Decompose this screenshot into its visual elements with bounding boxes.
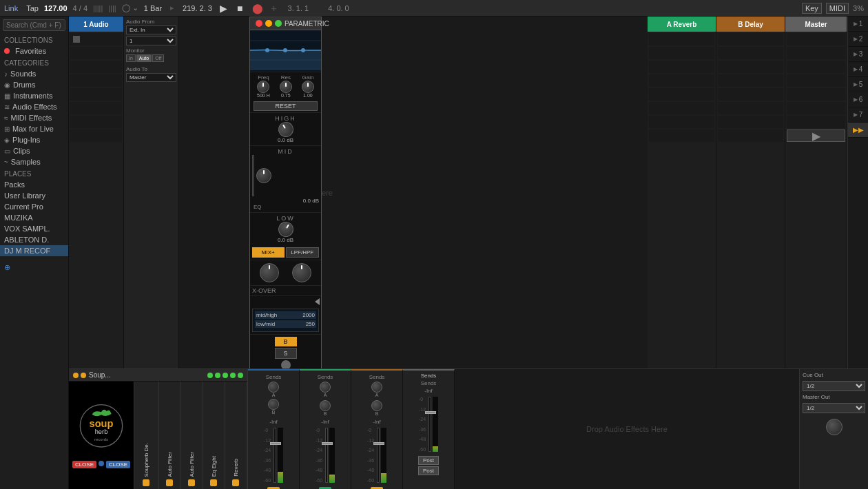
sidebar-item-instruments[interactable]: ▦ Instruments xyxy=(0,90,68,101)
search-input[interactable] xyxy=(3,19,65,31)
audio-from-select[interactable]: Ext. In xyxy=(126,25,176,34)
sidebar-item-user-library[interactable]: User Library xyxy=(0,190,68,201)
close-btn[interactable]: CLOSE xyxy=(72,461,96,468)
sidebar-item-vox[interactable]: VOX SAMPL. xyxy=(0,223,68,234)
lpf-hpf-btn[interactable]: LPF/HPF xyxy=(286,247,320,258)
fader-handle-1[interactable] xyxy=(270,442,281,445)
play-btn[interactable]: ▶ xyxy=(218,3,229,14)
clip-slot-5[interactable] xyxy=(70,88,122,101)
sidebar-bottom-btn[interactable]: ⊕ xyxy=(0,262,68,273)
bpm-display[interactable]: 127.00 xyxy=(44,4,68,12)
audio-from-channel-select[interactable]: 1 xyxy=(126,37,176,45)
sidebar-item-drums[interactable]: ◉ Drums xyxy=(0,79,68,90)
scene-8[interactable]: ▶▶ xyxy=(848,123,868,138)
clip-slot-1[interactable] xyxy=(70,33,122,45)
scene-2[interactable]: ▶2 xyxy=(848,32,868,47)
reverb-clip-5[interactable] xyxy=(649,88,714,101)
send-a-knob[interactable] xyxy=(268,382,279,393)
sidebar-item-favorites[interactable]: Favorites xyxy=(0,45,68,56)
delay-fader[interactable] xyxy=(377,428,380,483)
gain-knob[interactable] xyxy=(302,81,314,93)
sidebar-item-clips[interactable]: ▭ Clips xyxy=(0,145,68,156)
master-clip-8[interactable]: ▶ xyxy=(787,129,845,142)
reverb-clip-4[interactable] xyxy=(649,74,714,87)
reverb-fader-handle[interactable] xyxy=(322,442,333,445)
eq-mute-btn[interactable]: B xyxy=(275,337,297,346)
midi-btn[interactable]: MIDI xyxy=(826,3,849,14)
master-clip-4[interactable] xyxy=(787,74,845,87)
device-autofilter-1[interactable]: Auto Filter xyxy=(159,382,181,489)
xover-knob-2[interactable] xyxy=(292,263,311,282)
clip-slot-7[interactable] xyxy=(70,116,122,128)
delay-send-a-knob[interactable] xyxy=(371,382,382,393)
key-btn[interactable]: Key xyxy=(802,3,822,14)
track-reverb-header[interactable]: A Reverb xyxy=(648,17,716,32)
device-activator-3[interactable] xyxy=(188,479,195,486)
reset-btn[interactable]: RESET xyxy=(254,101,318,111)
reverb-clip-3[interactable] xyxy=(649,61,714,73)
reverb-clip-2[interactable] xyxy=(649,47,714,59)
stop-btn[interactable]: ■ xyxy=(235,3,245,14)
sidebar-item-packs[interactable]: Packs xyxy=(0,179,68,190)
xover-knob-1[interactable] xyxy=(260,263,279,282)
sidebar-item-ableton[interactable]: ABLETON D. xyxy=(0,234,68,245)
master-out-select[interactable]: 1/2 xyxy=(803,403,865,413)
device-autofilter-2[interactable]: Auto Filter xyxy=(181,382,203,489)
eq-toggle-knob[interactable] xyxy=(281,360,291,368)
device-reverb[interactable]: Reverb xyxy=(225,382,247,489)
sidebar-item-current-pro[interactable]: Current Pro xyxy=(0,201,68,212)
res-knob[interactable] xyxy=(280,81,292,93)
mid-knob[interactable] xyxy=(256,168,271,183)
delay-clip-2[interactable] xyxy=(718,47,783,59)
device-activator-2[interactable] xyxy=(166,479,173,486)
master-clip-3[interactable] xyxy=(787,61,845,73)
track-master-header[interactable]: Master xyxy=(785,17,847,32)
delay-clip-4[interactable] xyxy=(718,74,783,87)
reverb-clip-6[interactable] xyxy=(649,102,714,114)
clip-slot-4[interactable] xyxy=(70,74,122,87)
cue-out-select[interactable]: 1/2 xyxy=(803,381,865,391)
post-btn-2[interactable]: Post xyxy=(418,466,439,475)
device-eq8[interactable]: Eq Eight xyxy=(203,382,225,489)
clip-slot-8[interactable] xyxy=(70,129,122,142)
minimize-window-btn[interactable] xyxy=(265,20,272,27)
maximize-window-btn[interactable] xyxy=(275,20,282,27)
device-soupherb[interactable]: Soupherb De. xyxy=(134,382,159,489)
clip-slot-3[interactable] xyxy=(70,61,122,73)
master-clip-5[interactable] xyxy=(787,88,845,101)
clip-slot-2[interactable] xyxy=(70,47,122,59)
monitor-in-btn[interactable]: In xyxy=(126,54,136,62)
sidebar-item-plug-ins[interactable]: ◈ Plug-Ins xyxy=(0,134,68,145)
track-delay-header[interactable]: B Delay xyxy=(716,17,785,32)
delay-clip-5[interactable] xyxy=(718,88,783,101)
bar-select[interactable]: 1 Bar xyxy=(144,4,162,12)
record-btn[interactable]: ⬤ xyxy=(250,3,265,14)
send-b-knob[interactable] xyxy=(268,399,279,410)
scene-1[interactable]: ▶1 xyxy=(848,17,868,32)
freq-knob[interactable] xyxy=(257,81,269,93)
delay-clip-1[interactable] xyxy=(718,33,783,45)
sidebar-item-dj[interactable]: DJ M RECOF xyxy=(0,245,68,256)
sidebar-item-audio-effects[interactable]: ≋ Audio Effects xyxy=(0,101,68,112)
delay-clip-3[interactable] xyxy=(718,61,783,73)
master-clip-1[interactable] xyxy=(787,33,845,45)
delay-fader-handle[interactable] xyxy=(373,442,384,445)
master-fader[interactable] xyxy=(428,397,431,452)
sidebar-item-max-for-live[interactable]: ⊞ Max for Live xyxy=(0,123,68,134)
clip-slot-6[interactable] xyxy=(70,102,122,114)
master-fader-handle[interactable] xyxy=(425,411,436,414)
monitor-off-btn[interactable]: Off xyxy=(152,54,164,62)
reverb-send-a-knob[interactable] xyxy=(320,382,331,393)
scene-4[interactable]: ▶4 xyxy=(848,62,868,77)
master-clip-6[interactable] xyxy=(787,102,845,114)
reverb-clip-1[interactable] xyxy=(649,33,714,45)
delay-clip-7[interactable] xyxy=(718,116,783,128)
scene-5[interactable]: ▶5 xyxy=(848,77,868,92)
sidebar-item-midi-effects[interactable]: ≈ MIDI Effects xyxy=(0,112,68,123)
device-activator-1[interactable] xyxy=(143,479,149,486)
device-activator-4[interactable] xyxy=(210,479,217,486)
sidebar-item-sounds[interactable]: ♪ Sounds xyxy=(0,68,68,79)
link-btn[interactable]: Link xyxy=(4,4,18,12)
eq-solo-btn[interactable]: S xyxy=(275,348,297,359)
sidebar-item-samples[interactable]: ~ Samples xyxy=(0,156,68,167)
